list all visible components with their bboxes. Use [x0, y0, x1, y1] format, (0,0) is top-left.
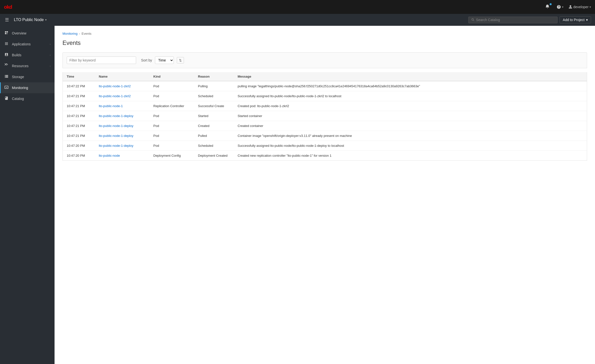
sidebar-item-catalog-label: Catalog: [12, 97, 51, 101]
user-name-label: developer: [573, 5, 589, 9]
help-button[interactable]: ▾: [555, 4, 565, 10]
cell-message: Successfully assigned lto-public-node/lt…: [234, 91, 587, 101]
cell-message: Container image "openshift/origin-deploy…: [234, 131, 587, 141]
cell-message: Started container: [234, 111, 587, 121]
cell-reason: Scheduled: [194, 91, 234, 101]
search-catalog-input[interactable]: [476, 18, 555, 22]
bell-icon: [545, 4, 550, 9]
event-name-link[interactable]: lto-public-node-1-deploy: [99, 144, 133, 148]
project-selector[interactable]: LTO Public Node ▾: [14, 18, 47, 22]
cell-reason: Pulled: [194, 131, 234, 141]
sidebar-item-overview-label: Overview: [12, 31, 51, 35]
hamburger-button[interactable]: ☰: [4, 16, 10, 24]
event-name-link[interactable]: lto-public-node-1-deploy: [99, 134, 133, 138]
builds-icon: [4, 53, 9, 58]
project-chevron-icon: ▾: [45, 18, 47, 22]
sidebar-item-builds[interactable]: Builds ›: [0, 50, 55, 61]
cell-name: lto-public-node-1: [95, 101, 149, 111]
sort-toggle-button[interactable]: ⇅: [177, 57, 184, 63]
event-name-link[interactable]: lto-public-node-1: [99, 104, 123, 108]
resources-chevron-icon: ›: [50, 65, 51, 67]
col-header-reason: Reason: [194, 72, 234, 81]
cell-message: Created new replication controller "lto-…: [234, 151, 587, 161]
sidebar-item-applications[interactable]: Applications ›: [0, 39, 55, 50]
cell-time: 10:47:22 PM: [63, 81, 95, 91]
table-row: 10:47:20 PMlto-public-nodeDeployment Con…: [63, 151, 587, 161]
overview-icon: [4, 31, 9, 36]
col-header-name: Name: [95, 72, 149, 81]
breadcrumb: Monitoring › Events: [62, 32, 587, 35]
sidebar: Overview Applications › Builds ›: [0, 26, 55, 364]
table-row: 10:47:21 PMlto-public-node-1-zkrl2PodSch…: [63, 91, 587, 101]
sidebar-item-catalog[interactable]: Catalog: [0, 93, 55, 104]
cell-message: Created pod: lto-public-node-1-zkrl2: [234, 101, 587, 111]
sidebar-item-storage[interactable]: Storage: [0, 71, 55, 82]
cell-time: 10:47:20 PM: [63, 151, 95, 161]
sidebar-item-builds-label: Builds: [12, 53, 47, 57]
sort-toggle-icon: ⇅: [179, 59, 182, 62]
cell-name: lto-public-node: [95, 151, 149, 161]
cell-name: lto-public-node-1-deploy: [95, 121, 149, 131]
cell-kind: Pod: [149, 111, 194, 121]
monitoring-icon: [4, 85, 9, 90]
navbar-right: ▾ developer ▾: [543, 3, 591, 11]
user-icon: [568, 5, 572, 9]
sidebar-item-overview[interactable]: Overview: [0, 28, 55, 39]
cell-name: lto-public-node-1-zkrl2: [95, 91, 149, 101]
table-row: 10:47:21 PMlto-public-node-1Replication …: [63, 101, 587, 111]
cell-name: lto-public-node-1-deploy: [95, 141, 149, 151]
cell-time: 10:47:21 PM: [63, 121, 95, 131]
table-header-row: Time Name Kind Reason Message: [63, 72, 587, 81]
help-chevron: ▾: [562, 5, 564, 9]
breadcrumb-parent-link[interactable]: Monitoring: [62, 32, 78, 35]
cell-reason: Deployment Created: [194, 151, 234, 161]
breadcrumb-separator: ›: [79, 32, 80, 35]
sidebar-item-resources-label: Resources: [12, 64, 47, 68]
main-content: Monitoring › Events Events Sort by Time …: [55, 26, 595, 364]
cell-reason: Started: [194, 111, 234, 121]
add-to-project-label: Add to Project: [563, 18, 585, 22]
sidebar-item-monitoring[interactable]: Monitoring: [0, 82, 55, 93]
sidebar-item-resources[interactable]: Resources ›: [0, 61, 55, 71]
top-navbar: okd ▾ developer ▾: [0, 0, 595, 14]
cell-name: lto-public-node-1-deploy: [95, 111, 149, 121]
sidebar-item-applications-label: Applications: [12, 42, 47, 46]
cell-name: lto-public-node-1-deploy: [95, 131, 149, 141]
applications-chevron-icon: ›: [50, 43, 51, 46]
cell-kind: Replication Controller: [149, 101, 194, 111]
event-name-link[interactable]: lto-public-node-1-zkrl2: [99, 94, 131, 98]
event-name-link[interactable]: lto-public-node-1-zkrl2: [99, 84, 131, 88]
cell-kind: Pod: [149, 121, 194, 131]
catalog-icon: [4, 96, 9, 101]
breadcrumb-current: Events: [82, 32, 91, 35]
hamburger-icon: ☰: [5, 17, 9, 22]
cell-reason: Created: [194, 121, 234, 131]
event-name-link[interactable]: lto-public-node-1-deploy: [99, 114, 133, 118]
cell-time: 10:47:21 PM: [63, 91, 95, 101]
cell-kind: Deployment Config: [149, 151, 194, 161]
notifications-button[interactable]: [543, 3, 552, 11]
event-name-link[interactable]: lto-public-node-1-deploy: [99, 124, 133, 128]
applications-icon: [4, 42, 9, 47]
cell-reason: Pulling: [194, 81, 234, 91]
add-to-project-button[interactable]: Add to Project ▾: [560, 16, 591, 23]
filter-input[interactable]: [67, 57, 136, 64]
sidebar-item-storage-label: Storage: [12, 75, 51, 79]
event-name-link[interactable]: lto-public-node: [99, 154, 120, 157]
cell-time: 10:47:20 PM: [63, 141, 95, 151]
search-icon: [471, 18, 475, 22]
search-catalog-container: [468, 17, 558, 23]
storage-icon: [4, 74, 9, 79]
user-chevron-icon: ▾: [590, 5, 591, 9]
table-row: 10:47:22 PMlto-public-node-1-zkrl2PodPul…: [63, 81, 587, 91]
user-menu[interactable]: developer ▾: [568, 5, 591, 9]
cell-name: lto-public-node-1-zkrl2: [95, 81, 149, 91]
main-layout: Overview Applications › Builds ›: [0, 26, 595, 364]
events-table-body: 10:47:22 PMlto-public-node-1-zkrl2PodPul…: [63, 81, 587, 161]
sort-select[interactable]: Time Name Kind: [155, 57, 174, 64]
cell-kind: Pod: [149, 81, 194, 91]
cell-message: Successfully assigned lto-public-node/lt…: [234, 141, 587, 151]
events-table: Time Name Kind Reason Message 10:47:22 P…: [62, 72, 587, 161]
table-row: 10:47:20 PMlto-public-node-1-deployPodSc…: [63, 141, 587, 151]
builds-chevron-icon: ›: [50, 54, 51, 57]
